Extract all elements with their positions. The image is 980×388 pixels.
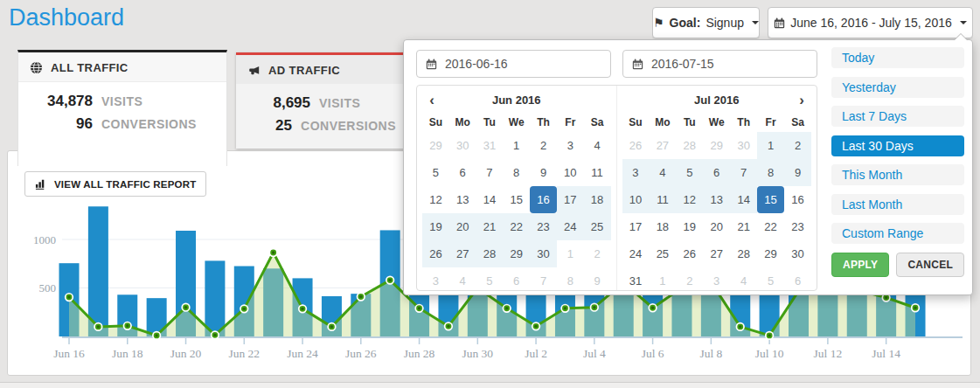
calendar-day[interactable]: 19: [676, 213, 703, 240]
calendar-day-selected[interactable]: 16: [530, 186, 557, 213]
calendar-day[interactable]: 30: [449, 132, 476, 159]
calendar-day[interactable]: 22: [503, 213, 530, 240]
calendar-day[interactable]: 8: [757, 159, 784, 186]
calendar-day[interactable]: 18: [584, 186, 611, 213]
card-ad-traffic[interactable]: AD TRAFFIC 8,695 VISITS 25 CONVERSIONS: [236, 52, 407, 149]
calendar-day[interactable]: 26: [422, 240, 449, 267]
daterange-dropdown-button[interactable]: June 16, 2016 - July 15, 2016: [768, 7, 973, 38]
calendar-day[interactable]: 29: [757, 240, 784, 267]
card-all-traffic[interactable]: ALL TRAFFIC 34,878 VISITS 96 CONVERSIONS: [17, 50, 227, 166]
calendar-day[interactable]: 6: [503, 267, 530, 291]
calendar-day[interactable]: 9: [784, 159, 811, 186]
calendar-day[interactable]: 1: [503, 132, 530, 159]
calendar-day[interactable]: 12: [676, 186, 703, 213]
calendar-day[interactable]: 20: [449, 213, 476, 240]
bar-Jun 17[interactable]: [88, 206, 108, 336]
calendar-day[interactable]: 3: [703, 267, 730, 291]
calendar-day[interactable]: 28: [476, 240, 504, 267]
calendar-day[interactable]: 4: [584, 132, 611, 159]
calendar-day[interactable]: 27: [449, 240, 476, 267]
range-option-custom-range[interactable]: Custom Range: [831, 223, 964, 244]
calendar-day[interactable]: 29: [422, 132, 449, 159]
calendar-day[interactable]: 9: [530, 159, 557, 186]
calendar-day[interactable]: 26: [622, 132, 650, 159]
calendar-day[interactable]: 2: [676, 267, 703, 291]
calendar-day[interactable]: 23: [530, 213, 557, 240]
calendar-day[interactable]: 11: [649, 186, 676, 213]
calendar-day[interactable]: 23: [784, 213, 811, 240]
calendar-day[interactable]: 31: [476, 132, 504, 159]
range-option-last-7-days[interactable]: Last 7 Days: [831, 106, 964, 127]
calendar-day[interactable]: 5: [757, 267, 784, 291]
calendar-day[interactable]: 14: [730, 186, 757, 213]
calendar-day[interactable]: 13: [449, 186, 476, 213]
calendar-day[interactable]: 4: [730, 267, 757, 291]
calendar-day[interactable]: 29: [503, 240, 530, 267]
calendar-day[interactable]: 5: [676, 159, 703, 186]
end-date-input[interactable]: 2016-07-15: [622, 50, 817, 78]
calendar-day[interactable]: 15: [503, 186, 530, 213]
start-date-input[interactable]: 2016-06-16: [416, 50, 611, 78]
calendar-day[interactable]: 5: [422, 159, 449, 186]
calendar-day[interactable]: 24: [622, 240, 650, 267]
calendar-day[interactable]: 7: [730, 159, 757, 186]
range-option-last-month[interactable]: Last Month: [831, 194, 964, 215]
calendar-day[interactable]: 3: [622, 159, 650, 186]
calendar-day[interactable]: 19: [422, 213, 449, 240]
calendar-day[interactable]: 17: [622, 213, 650, 240]
calendar-day[interactable]: 2: [584, 240, 611, 267]
cancel-button[interactable]: CANCEL: [896, 253, 964, 277]
calendar-day[interactable]: 30: [530, 240, 557, 267]
calendar-day[interactable]: 7: [476, 159, 504, 186]
calendar-day[interactable]: 1: [557, 240, 584, 267]
calendar-day[interactable]: 14: [476, 186, 504, 213]
calendar-day[interactable]: 8: [557, 267, 584, 291]
calendar-day[interactable]: 16: [784, 186, 811, 213]
calendar-day[interactable]: 11: [584, 159, 611, 186]
range-option-this-month[interactable]: This Month: [831, 164, 964, 185]
apply-button[interactable]: APPLY: [831, 253, 889, 277]
calendar-day[interactable]: 4: [649, 159, 676, 186]
next-month-icon[interactable]: ›: [792, 93, 811, 107]
calendar-day-selected[interactable]: 15: [757, 186, 784, 213]
calendar-day[interactable]: 17: [557, 186, 584, 213]
bar-Jun 21[interactable]: [205, 260, 225, 336]
calendar-day[interactable]: 6: [784, 267, 811, 291]
calendar-day[interactable]: 10: [622, 186, 650, 213]
calendar-day[interactable]: 30: [730, 132, 757, 159]
calendar-day[interactable]: 12: [422, 186, 449, 213]
calendar-day[interactable]: 24: [557, 213, 584, 240]
range-option-last-30-days[interactable]: Last 30 Days: [831, 135, 964, 156]
prev-month-icon[interactable]: ‹: [422, 93, 441, 107]
calendar-day[interactable]: 26: [676, 240, 703, 267]
calendar-day[interactable]: 13: [703, 186, 730, 213]
calendar-day[interactable]: 30: [784, 240, 811, 267]
calendar-day[interactable]: 9: [584, 267, 611, 291]
calendar-day[interactable]: 31: [622, 267, 650, 291]
calendar-day[interactable]: 21: [730, 213, 757, 240]
calendar-day[interactable]: 1: [757, 132, 784, 159]
range-option-today[interactable]: Today: [831, 47, 964, 68]
calendar-day[interactable]: 4: [449, 267, 476, 291]
calendar-day[interactable]: 22: [757, 213, 784, 240]
calendar-day[interactable]: 25: [584, 213, 611, 240]
calendar-day[interactable]: 8: [503, 159, 530, 186]
calendar-day[interactable]: 2: [784, 132, 811, 159]
calendar-day[interactable]: 18: [649, 213, 676, 240]
calendar-day[interactable]: 3: [422, 267, 449, 291]
calendar-day[interactable]: 21: [476, 213, 504, 240]
calendar-day[interactable]: 6: [449, 159, 476, 186]
calendar-day[interactable]: 3: [557, 132, 584, 159]
calendar-day[interactable]: 28: [730, 240, 757, 267]
calendar-day[interactable]: 28: [676, 132, 703, 159]
calendar-day[interactable]: 7: [530, 267, 557, 291]
range-option-yesterday[interactable]: Yesterday: [831, 77, 964, 98]
calendar-day[interactable]: 1: [649, 267, 676, 291]
calendar-day[interactable]: 5: [476, 267, 504, 291]
calendar-day[interactable]: 6: [703, 159, 730, 186]
view-all-traffic-report-button[interactable]: VIEW ALL TRAFFIC REPORT: [24, 171, 206, 197]
calendar-day[interactable]: 25: [649, 240, 676, 267]
calendar-day[interactable]: 29: [703, 132, 730, 159]
calendar-day[interactable]: 27: [703, 240, 730, 267]
goal-dropdown-button[interactable]: ⚑ Goal: Signup: [652, 7, 760, 38]
